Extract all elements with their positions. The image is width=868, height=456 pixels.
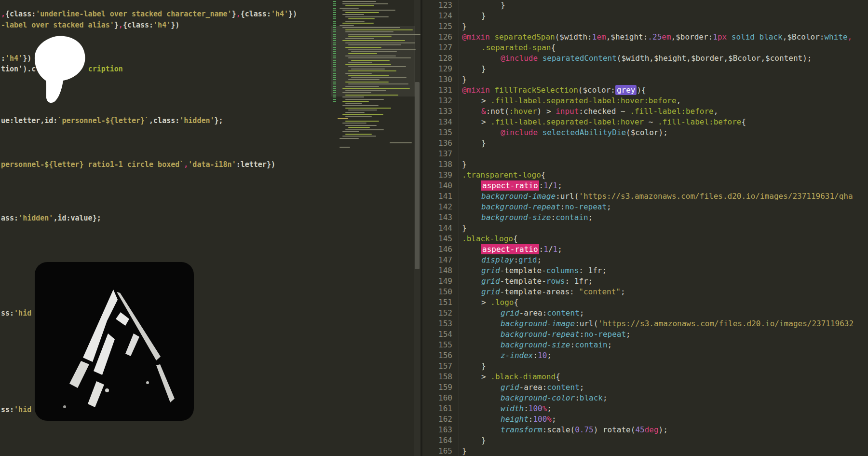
minimap-change-marker xyxy=(333,97,336,97)
line-number[interactable]: 151 xyxy=(422,297,459,308)
line-number[interactable]: 125 xyxy=(422,21,459,32)
line-number[interactable]: 137 xyxy=(422,149,459,159)
code-line[interactable]: 133&:not(:hover) > input:checked ~ .fill… xyxy=(422,106,868,117)
line-number[interactable]: 165 xyxy=(422,446,459,456)
line-number[interactable]: 139 xyxy=(422,170,459,180)
code-line[interactable]: ss:'hid xyxy=(1,405,31,415)
line-number[interactable]: 129 xyxy=(422,64,459,74)
line-number[interactable]: 148 xyxy=(422,265,459,276)
code-line[interactable]: 159grid-area:content; xyxy=(422,382,868,393)
code-line[interactable]: 143background-size:contain; xyxy=(422,212,868,223)
line-number[interactable]: 162 xyxy=(422,414,459,425)
code-line[interactable]: 156z-index:10; xyxy=(422,350,868,361)
code-line[interactable]: 136} xyxy=(422,138,868,149)
line-number[interactable]: 138 xyxy=(422,159,459,170)
line-number[interactable]: 127 xyxy=(422,42,459,53)
line-number[interactable]: 159 xyxy=(422,382,459,393)
code-line[interactable]: 130} xyxy=(422,74,868,85)
code-line[interactable]: 138} xyxy=(422,159,868,170)
code-line[interactable]: 126@mixin separatedSpan($width:1em,$heig… xyxy=(422,32,868,42)
line-number[interactable]: 156 xyxy=(422,350,459,361)
line-number[interactable]: 155 xyxy=(422,340,459,350)
code-line[interactable]: 132> .fill-label.separated-label:hover:b… xyxy=(422,96,868,106)
code-line[interactable]: 152grid-area:content; xyxy=(422,308,868,318)
code-line[interactable]: 160background-color:black; xyxy=(422,393,868,403)
minimap[interactable] xyxy=(331,0,415,159)
code-line[interactable]: 123} xyxy=(422,0,868,11)
line-number[interactable]: 145 xyxy=(422,234,459,244)
line-number[interactable]: 124 xyxy=(422,11,459,21)
line-number[interactable]: 164 xyxy=(422,435,459,446)
code-line[interactable]: ,{class:'underline-label over stacked ch… xyxy=(1,9,297,19)
code-line[interactable]: personnel-${letter} ratio1-1 circle boxe… xyxy=(1,160,275,170)
code-line[interactable]: 150grid-template-areas: "content"; xyxy=(422,287,868,297)
line-number[interactable]: 163 xyxy=(422,425,459,435)
line-number[interactable]: 136 xyxy=(422,138,459,149)
code-line[interactable]: -label over stacked alias'},{class:'h4'}… xyxy=(1,20,179,30)
code-line[interactable]: 140aspect-ratio:1/1; xyxy=(422,180,868,191)
line-number[interactable]: 161 xyxy=(422,403,459,414)
line-number[interactable]: 154 xyxy=(422,329,459,340)
line-number[interactable]: 157 xyxy=(422,361,459,372)
code-line[interactable]: 153background-image:url('https://s3.amaz… xyxy=(422,318,868,329)
line-number[interactable]: 143 xyxy=(422,212,459,223)
editor-pane-right[interactable]: 123}124}125}126@mixin separatedSpan($wid… xyxy=(422,0,868,456)
code-line[interactable]: 139.transparent-logo{ xyxy=(422,170,868,180)
line-number[interactable]: 126 xyxy=(422,32,459,42)
code-line[interactable]: 141background-image:url('https://s3.amaz… xyxy=(422,191,868,202)
code-line[interactable]: ass:'hidden',id:value}; xyxy=(1,213,101,223)
line-number[interactable]: 144 xyxy=(422,223,459,234)
code-line[interactable]: ss:'hid xyxy=(1,308,31,318)
line-number[interactable]: 158 xyxy=(422,372,459,382)
code-line[interactable]: 124} xyxy=(422,11,868,21)
code-line[interactable]: 158> .black-diamond{ xyxy=(422,372,868,382)
line-number[interactable]: 152 xyxy=(422,308,459,318)
code-line[interactable]: 147display:grid; xyxy=(422,255,868,265)
editor-pane-left[interactable]: ,{class:'underline-label over stacked ch… xyxy=(0,0,420,456)
line-number[interactable]: 131 xyxy=(422,85,459,96)
code-line[interactable]: 149grid-template-rows: 1fr; xyxy=(422,276,868,287)
code-line[interactable]: 163transform:scale(0.75) rotate(45deg); xyxy=(422,425,868,435)
left-pane-scrollbar-thumb[interactable] xyxy=(415,82,420,269)
line-number[interactable]: 140 xyxy=(422,180,459,191)
line-number[interactable]: 142 xyxy=(422,202,459,212)
code-line[interactable]: 162height:100%; xyxy=(422,414,868,425)
code-line[interactable]: 148grid-template-columns: 1fr; xyxy=(422,265,868,276)
code-line[interactable]: 155background-size:contain; xyxy=(422,340,868,350)
code-line[interactable]: 128@include separatedContent($width,$hei… xyxy=(422,53,868,64)
code-line[interactable]: ue:letter,id:`personnel-${letter}`,class… xyxy=(1,116,223,126)
code-line[interactable]: 134> .fill-label.separated-label:hover ~… xyxy=(422,117,868,127)
line-number[interactable]: 130 xyxy=(422,74,459,85)
code-line[interactable]: 157} xyxy=(422,361,868,372)
code-text: .transparent-logo{ xyxy=(459,170,868,180)
code-line[interactable]: 145.black-logo{ xyxy=(422,234,868,244)
code-line[interactable]: 164} xyxy=(422,435,868,446)
line-number[interactable]: 135 xyxy=(422,127,459,138)
code-line[interactable]: 137 xyxy=(422,149,868,159)
code-line[interactable]: 125} xyxy=(422,21,868,32)
code-line[interactable]: 129} xyxy=(422,64,868,74)
line-number[interactable]: 153 xyxy=(422,318,459,329)
line-number[interactable]: 134 xyxy=(422,117,459,127)
code-line[interactable]: 146aspect-ratio:1/1; xyxy=(422,244,868,255)
line-number[interactable]: 128 xyxy=(422,53,459,64)
code-line[interactable]: 135@include selectedAbilityDie($color); xyxy=(422,127,868,138)
line-number[interactable]: 146 xyxy=(422,244,459,255)
line-number[interactable]: 133 xyxy=(422,106,459,117)
code-line[interactable]: 151> .logo{ xyxy=(422,297,868,308)
line-number[interactable]: 147 xyxy=(422,255,459,265)
code-line[interactable]: :'h4'}) xyxy=(1,54,31,64)
line-number[interactable]: 132 xyxy=(422,96,459,106)
code-line[interactable]: 142background-repeat:no-repeat; xyxy=(422,202,868,212)
line-number[interactable]: 149 xyxy=(422,276,459,287)
line-number[interactable]: 160 xyxy=(422,393,459,403)
code-line[interactable]: 154background-repeat:no-repeat; xyxy=(422,329,868,340)
code-line[interactable]: 165} xyxy=(422,446,868,456)
line-number[interactable]: 141 xyxy=(422,191,459,202)
code-line[interactable]: 127.separated-span{ xyxy=(422,42,868,53)
code-line[interactable]: 131@mixin fillTrackSelection($color:grey… xyxy=(422,85,868,96)
code-line[interactable]: 144} xyxy=(422,223,868,234)
line-number[interactable]: 150 xyxy=(422,287,459,297)
line-number[interactable]: 123 xyxy=(422,0,459,11)
code-line[interactable]: 161width:100%; xyxy=(422,403,868,414)
